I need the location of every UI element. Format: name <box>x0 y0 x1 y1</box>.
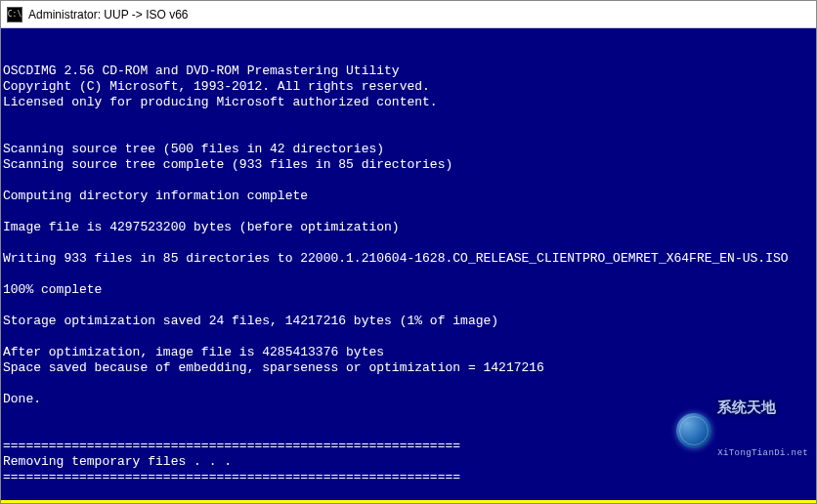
window-title: Administrator: UUP -> ISO v66 <box>28 8 189 21</box>
terminal-line <box>3 235 814 251</box>
terminal-line: Space saved because of embedding, sparse… <box>3 360 814 376</box>
terminal-line: OSCDIMG 2.56 CD-ROM and DVD-ROM Premaste… <box>3 63 814 79</box>
terminal-line <box>3 407 814 423</box>
terminal-line: Copyright (C) Microsoft, 1993-2012. All … <box>3 79 814 95</box>
terminal-line: ========================================… <box>3 439 814 454</box>
console-window: C:\ Administrator: UUP -> ISO v66 OSCDIM… <box>0 0 817 504</box>
terminal-icon: C:\ <box>7 7 22 22</box>
terminal-line <box>3 423 814 439</box>
terminal-line <box>3 173 814 189</box>
terminal-line: Computing directory information complete <box>3 189 814 204</box>
terminal-line: Image file is 4297523200 bytes (before o… <box>3 220 814 235</box>
terminal-line: ========================================… <box>3 470 814 485</box>
titlebar[interactable]: C:\ Administrator: UUP -> ISO v66 <box>1 1 816 28</box>
terminal-line <box>3 204 814 220</box>
terminal-line <box>3 110 814 126</box>
terminal-line: Done. <box>3 392 814 407</box>
terminal-line: Press 0 to exit. <box>3 501 814 503</box>
terminal-line: Scanning source tree complete (933 files… <box>3 157 814 173</box>
terminal-line: Licensed only for producing Microsoft au… <box>3 95 814 110</box>
terminal-line: Scanning source tree (500 files in 42 di… <box>3 142 814 157</box>
terminal-output[interactable]: OSCDIMG 2.56 CD-ROM and DVD-ROM Premaste… <box>1 28 816 503</box>
terminal-line: Writing 933 files in 85 directories to 2… <box>3 251 814 267</box>
terminal-line <box>3 267 814 282</box>
terminal-line: After optimization, image file is 428541… <box>3 345 814 360</box>
terminal-line <box>3 126 814 142</box>
terminal-line: Storage optimization saved 24 files, 142… <box>3 314 814 329</box>
terminal-line: Removing temporary files . . . <box>3 454 814 470</box>
terminal-line <box>3 298 814 314</box>
terminal-line <box>3 376 814 392</box>
terminal-line <box>3 485 814 501</box>
terminal-line: 100% complete <box>3 282 814 298</box>
terminal-line <box>3 329 814 345</box>
